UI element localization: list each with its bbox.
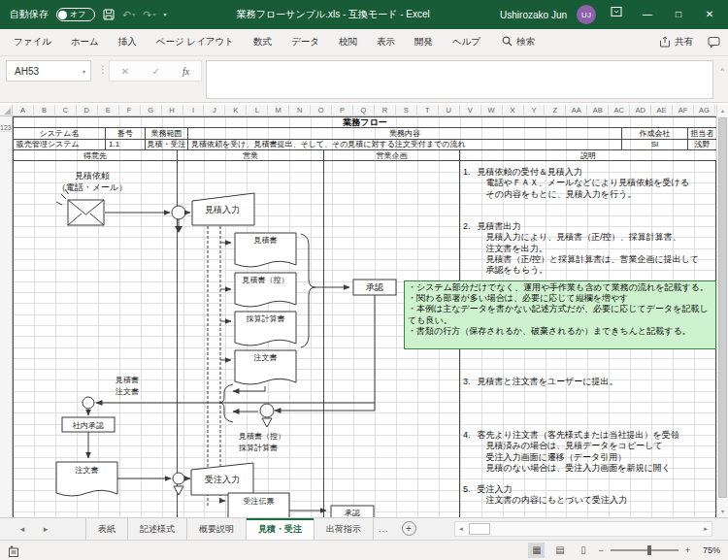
view-page-break-icon[interactable]: ▯	[575, 543, 591, 558]
sheet-tab-estimate-order[interactable]: 見積・受注	[247, 518, 314, 540]
sheet-tab-shipping[interactable]: 出荷指示	[314, 518, 374, 540]
column-header[interactable]: AF	[673, 105, 694, 115]
ribbon-tab[interactable]: 数式	[244, 29, 281, 55]
ribbon-tab[interactable]: ヘルプ	[443, 29, 490, 55]
flow-approval2-box[interactable]: 承認	[331, 506, 374, 517]
ribbon-tab[interactable]: 挿入	[109, 29, 147, 55]
field-value[interactable]: 見積依頼を受け、見積書提出、そして、その見積に対する注文受付までの流れ	[188, 140, 622, 150]
save-icon[interactable]	[103, 9, 115, 20]
flow-connector-node[interactable]	[173, 473, 184, 484]
column-header[interactable]: AB	[587, 105, 609, 115]
flow-doc-profit-calc[interactable]: 採算計算書	[235, 312, 296, 346]
column-header[interactable]: O	[311, 105, 332, 115]
column-header[interactable]: AD	[630, 105, 651, 115]
collapse-formula-bar-icon[interactable]: ^	[720, 66, 724, 75]
column-header[interactable]: N	[289, 105, 311, 115]
mail-icon[interactable]	[56, 189, 104, 225]
ribbon-search[interactable]: 検索	[502, 36, 535, 49]
zoom-slider-thumb[interactable]	[647, 545, 651, 555]
field-value[interactable]: SI	[622, 140, 688, 150]
column-header[interactable]: AE	[651, 105, 673, 115]
share-button[interactable]: 共有	[659, 36, 693, 49]
comment-icon[interactable]	[708, 36, 720, 49]
add-sheet-icon[interactable]: +	[402, 521, 416, 536]
flow-estimate-input-box[interactable]: 見積入力	[192, 193, 254, 225]
horizontal-scrollbar[interactable]: ◂ ▸	[454, 521, 712, 537]
user-name[interactable]: Ushirozako Jun	[500, 10, 567, 20]
ribbon-display-options-icon[interactable]	[606, 0, 627, 29]
flow-internal-approval-box[interactable]: 社内承認	[62, 417, 115, 432]
column-header[interactable]: Y	[524, 105, 546, 115]
zoom-in-icon[interactable]: +	[685, 545, 690, 555]
field-value[interactable]: 浅野	[688, 140, 717, 150]
sheet-tab-overview[interactable]: 概要説明	[187, 518, 247, 540]
status-indicator-icon[interactable]	[8, 544, 20, 560]
formula-input[interactable]	[206, 60, 713, 99]
flow-doc-estimate[interactable]: 見積書	[235, 233, 296, 267]
column-header[interactable]: P	[332, 105, 353, 115]
column-header[interactable]: S	[396, 105, 417, 115]
flow-approval-box[interactable]: 承認	[353, 280, 396, 295]
insert-function-icon[interactable]: fx	[182, 66, 189, 77]
field-label[interactable]: 業務範囲	[146, 128, 188, 139]
vertical-scrollbar[interactable]: ▴ ▾	[716, 105, 728, 517]
column-header[interactable]: AA	[566, 105, 587, 115]
column-header[interactable]: H	[162, 105, 183, 115]
field-value[interactable]: 1.1	[106, 140, 146, 150]
flow-doc-order[interactable]: 注文書	[56, 462, 117, 496]
ribbon-tab[interactable]: ファイル	[4, 29, 61, 55]
horizontal-scrollbar-thumb[interactable]	[469, 523, 490, 535]
flow-connector-node[interactable]	[172, 206, 185, 219]
close-button[interactable]: ✕	[699, 0, 720, 29]
column-header[interactable]: R	[375, 105, 396, 115]
flow-doc-estimate-copy[interactable]: 見積書（控）	[235, 273, 296, 307]
column-header[interactable]: I	[183, 105, 205, 115]
scroll-right-icon[interactable]: ▸	[700, 522, 711, 536]
column-header[interactable]: G	[141, 105, 162, 115]
lane-header[interactable]: 説明	[460, 150, 717, 161]
zoom-level[interactable]: 75%	[697, 545, 720, 555]
ribbon-tab[interactable]: 校閲	[329, 29, 367, 55]
column-header[interactable]: M	[268, 105, 289, 115]
view-normal-icon[interactable]: ▦	[528, 543, 545, 558]
ribbon-tab[interactable]: ホーム	[61, 29, 109, 55]
column-header[interactable]: AG	[694, 105, 715, 115]
ribbon-tab[interactable]: データ	[281, 29, 329, 55]
ribbon-tab[interactable]: 開発	[405, 29, 443, 55]
column-header[interactable]: Q	[353, 105, 375, 115]
flow-title-cell[interactable]: 業務フロー	[14, 117, 717, 128]
scroll-down-icon[interactable]: ▾	[717, 506, 728, 517]
autosave-toggle[interactable]: オフ	[56, 8, 95, 21]
column-header[interactable]: C	[55, 105, 77, 115]
avatar[interactable]: UJ	[577, 5, 596, 24]
minimize-button[interactable]: —	[637, 0, 658, 29]
flow-connector-node[interactable]	[83, 397, 94, 409]
field-label[interactable]: システム名	[14, 128, 106, 139]
field-value[interactable]: 販売管理システム	[14, 140, 106, 150]
flow-order-input-box[interactable]: 受注入力	[191, 463, 253, 495]
note-box[interactable]: ・システム部分だけでなく、運用や手作業も含めて業務の流れを記載する。 ・関わる部…	[404, 280, 716, 349]
field-label[interactable]: 業務内容	[188, 128, 622, 139]
vertical-scrollbar-thumb[interactable]	[718, 117, 727, 498]
column-header[interactable]: W	[481, 105, 503, 115]
scroll-up-icon[interactable]: ▴	[717, 105, 728, 116]
sheet-nav-left-icon[interactable]: ◂	[14, 518, 31, 540]
column-header[interactable]: D	[77, 105, 98, 115]
sheet-tab-cover[interactable]: 表紙	[86, 518, 128, 540]
column-header[interactable]: T	[417, 105, 439, 115]
zoom-out-icon[interactable]: −	[598, 545, 603, 555]
column-header[interactable]: K	[225, 105, 247, 115]
redo-icon[interactable]: ↷▾	[143, 0, 155, 29]
column-header[interactable]: X	[503, 105, 524, 115]
zoom-slider[interactable]	[611, 549, 678, 551]
column-header[interactable]: B	[34, 105, 55, 115]
select-all-corner[interactable]	[0, 105, 13, 116]
sheet-tabs-overflow[interactable]: ...	[374, 518, 394, 540]
enter-icon[interactable]: ✓	[151, 66, 159, 77]
field-label[interactable]: 担当者	[688, 128, 717, 139]
name-box[interactable]: AH53 ▾	[6, 60, 91, 82]
ribbon-tab[interactable]: 表示	[367, 29, 405, 55]
namebox-dropdown-icon[interactable]: ▾	[83, 68, 85, 75]
sheet-tab-format[interactable]: 記述様式	[128, 518, 187, 540]
field-label[interactable]: 作成会社	[622, 128, 688, 139]
